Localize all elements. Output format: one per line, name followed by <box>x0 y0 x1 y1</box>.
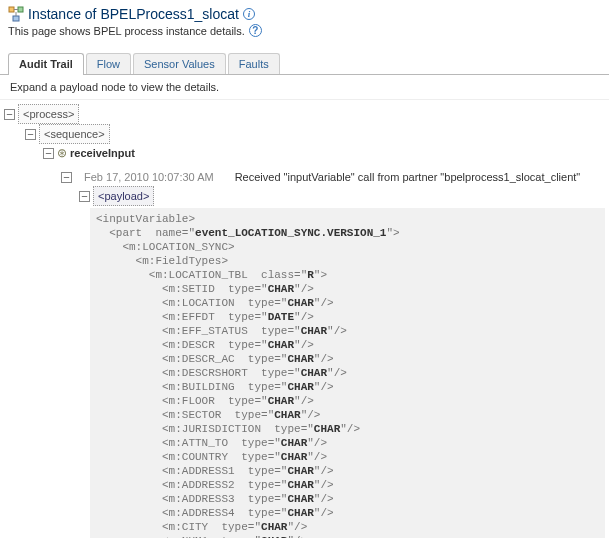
info-icon[interactable]: i <box>243 8 255 20</box>
timestamp: Feb 17, 2010 10:07:30 AM <box>84 168 214 186</box>
audit-tree: − <process> − <sequence> − ⊛ receiveInpu… <box>0 100 609 538</box>
page-header: Instance of BPELProcess1_slocat i This p… <box>0 0 609 41</box>
page-title: Instance of BPELProcess1_slocat <box>28 6 239 22</box>
tab-bar: Audit Trail Flow Sensor Values Faults <box>0 41 609 75</box>
tab-flow[interactable]: Flow <box>86 53 131 74</box>
svg-rect-1 <box>18 7 23 12</box>
tab-faults[interactable]: Faults <box>228 53 280 74</box>
collapse-icon[interactable]: − <box>79 191 90 202</box>
process-icon <box>8 6 24 22</box>
activity-icon: ⊛ <box>57 144 67 162</box>
receive-input-node[interactable]: receiveInput <box>70 144 135 162</box>
sequence-node[interactable]: <sequence> <box>39 124 110 144</box>
collapse-icon[interactable]: − <box>43 148 54 159</box>
page-subtitle: This page shows BPEL process instance de… <box>8 25 245 37</box>
activity-message: Received "inputVariable" call from partn… <box>235 168 581 186</box>
help-icon[interactable]: ? <box>249 24 262 37</box>
expand-hint: Expand a payload node to view the detail… <box>10 81 219 93</box>
collapse-icon[interactable]: − <box>25 129 36 140</box>
tab-audit-trail[interactable]: Audit Trail <box>8 53 84 75</box>
tab-sensor-values[interactable]: Sensor Values <box>133 53 226 74</box>
collapse-icon[interactable]: − <box>61 172 72 183</box>
collapse-icon[interactable]: − <box>4 109 15 120</box>
payload-xml: <inputVariable> <part name="event_LOCATI… <box>90 208 605 538</box>
svg-rect-2 <box>13 16 19 21</box>
svg-rect-0 <box>9 7 14 12</box>
process-node[interactable]: <process> <box>18 104 79 124</box>
payload-node[interactable]: <payload> <box>93 186 154 206</box>
